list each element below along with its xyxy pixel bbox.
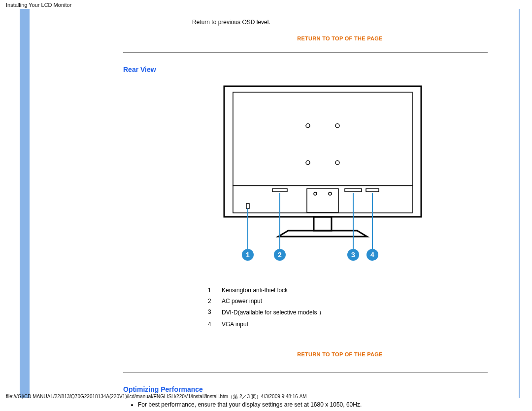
legend-num: 1 — [208, 287, 222, 294]
svg-rect-0 — [224, 86, 421, 217]
monitor-rear-svg: 1 2 3 4 — [219, 81, 426, 269]
callout-4: 4 — [366, 249, 378, 261]
osd-hint-text: Return to previous OSD level. — [192, 19, 270, 26]
callout-4-num: 4 — [370, 251, 374, 259]
callout-3: 3 — [347, 249, 359, 261]
optimizing-label: Optimizing Performance — [123, 385, 203, 393]
legend-num: 2 — [208, 298, 222, 305]
legend-row: 1 Kensington anti-thief lock — [208, 287, 325, 294]
legend-row: 3 DVI-D(available for selective models ） — [208, 308, 325, 317]
return-to-top-link[interactable]: RETURN TO TOP OF THE PAGE — [123, 35, 488, 41]
svg-rect-1 — [233, 92, 412, 186]
callout-2: 2 — [274, 249, 286, 261]
callout-1-num: 1 — [246, 251, 250, 259]
svg-point-5 — [306, 161, 310, 165]
page-title-text: Installing Your LCD Monitor — [6, 2, 71, 8]
return-to-top-text: RETURN TO TOP OF THE PAGE — [297, 35, 383, 41]
svg-rect-2 — [233, 186, 412, 213]
rear-view-label: Rear View — [123, 66, 156, 73]
callout-3-num: 3 — [351, 251, 355, 259]
svg-point-6 — [335, 161, 339, 165]
rear-view-legend: 1 Kensington anti-thief lock 2 AC power … — [208, 283, 325, 332]
svg-rect-7 — [307, 189, 338, 212]
page-body: Return to previous OSD level. RETURN TO … — [0, 9, 532, 403]
legend-num: 3 — [208, 308, 222, 317]
legend-num: 4 — [208, 321, 222, 328]
svg-point-9 — [329, 192, 332, 195]
footer-file-path: file:///G|/CD MANUAL/22/813/Q70G22018134… — [6, 393, 307, 400]
svg-rect-14 — [366, 189, 379, 192]
section-optimizing-title: Optimizing Performance — [123, 385, 488, 393]
svg-point-4 — [335, 124, 339, 128]
legend-text: AC power input — [222, 298, 325, 305]
svg-rect-10 — [314, 217, 332, 231]
legend-text: DVI-D(available for selective models ） — [222, 308, 325, 317]
svg-rect-11 — [246, 204, 249, 208]
content-area: Return to previous OSD level. RETURN TO … — [30, 9, 517, 398]
legend-text: Kensington anti-thief lock — [222, 287, 325, 294]
divider — [123, 52, 488, 53]
return-to-top-text: RETURN TO TOP OF THE PAGE — [297, 351, 383, 357]
svg-point-8 — [314, 192, 317, 195]
rear-view-diagram: 1 2 3 4 — [123, 81, 488, 270]
svg-rect-13 — [345, 189, 362, 192]
callout-1: 1 — [242, 249, 254, 261]
optimizing-bullet: For best performance, ensure that your d… — [138, 401, 488, 408]
left-accent-bar — [20, 9, 30, 398]
page-title-bar: Installing Your LCD Monitor — [0, 0, 532, 9]
legend-row: 4 VGA input — [208, 321, 325, 328]
callout-2-num: 2 — [278, 251, 282, 259]
svg-point-3 — [306, 124, 310, 128]
footer-file-path-text: file:///G|/CD MANUAL/22/813/Q70G22018134… — [6, 394, 307, 399]
return-to-top-link[interactable]: RETURN TO TOP OF THE PAGE — [123, 351, 488, 357]
divider — [123, 372, 488, 373]
section-rear-view-title: Rear View — [123, 66, 488, 73]
optimizing-bullets: For best performance, ensure that your d… — [138, 401, 488, 408]
osd-hint: Return to previous OSD level. — [123, 19, 488, 26]
right-accent-bar — [519, 9, 520, 398]
legend-row: 2 AC power input — [208, 298, 325, 305]
legend-text: VGA input — [222, 321, 325, 328]
svg-rect-12 — [272, 189, 287, 192]
